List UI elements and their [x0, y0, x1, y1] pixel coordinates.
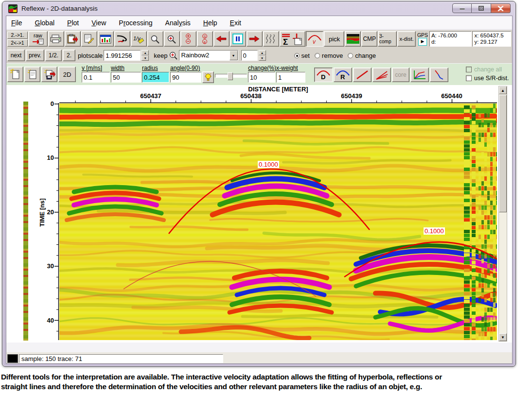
menu-global[interactable]: Global [35, 19, 54, 27]
use-sr-dist-checkbox[interactable]: use S/R-dist. [466, 75, 509, 82]
zoom-button[interactable] [147, 31, 163, 47]
mode-2to1-button[interactable]: 2.->1. [7, 32, 28, 39]
gps-play-button[interactable]: ▶ [418, 38, 427, 46]
radius-input[interactable] [142, 72, 169, 83]
pause-icon [232, 34, 243, 44]
checkbox-icon[interactable] [466, 67, 472, 72]
screenshot-root: Reflexw - 2D-dataanalysis File Global Pl… [0, 0, 532, 395]
2d-button[interactable]: 2D [58, 67, 76, 82]
radargram-image[interactable] [59, 103, 497, 340]
angle-input[interactable] [170, 72, 201, 83]
plotscale-input[interactable] [104, 50, 141, 61]
dropdown-icon[interactable]: ▼ [230, 51, 238, 60]
zoom-plus-minus-button[interactable] [180, 31, 196, 47]
x-weight-input[interactable] [276, 72, 305, 83]
menu-help[interactable]: Help [203, 19, 217, 27]
mode-2swap1-button[interactable]: 2<->1 [7, 39, 28, 47]
line-fan-button[interactable] [372, 68, 391, 82]
plotscale-spinner[interactable]: ▲ ▼ [142, 50, 149, 61]
reflection-hyperbola-button[interactable]: R [334, 68, 352, 82]
x-tick-label: 650439 [335, 92, 369, 100]
paste-button[interactable] [65, 31, 81, 47]
menu-file[interactable]: File [11, 19, 22, 27]
radio-dot[interactable] [294, 53, 300, 58]
wiggle-traces-button[interactable] [263, 31, 279, 47]
print-button[interactable] [48, 31, 64, 47]
divide-eraser-button[interactable]: 1/y [131, 31, 147, 47]
menu-exit[interactable]: Exit [230, 19, 241, 27]
change-percent-input[interactable] [248, 72, 275, 83]
velocity-adaptation-button[interactable]: v [306, 31, 323, 47]
pick-button[interactable]: pick [324, 31, 344, 47]
play-icon: ▶ [421, 39, 425, 44]
remove-radio[interactable]: remove [315, 52, 343, 59]
menu-plot[interactable]: Plot [67, 19, 79, 27]
change-all-checkbox[interactable]: change all [466, 66, 509, 73]
diffraction-hyperbola-button[interactable]: D [314, 68, 333, 82]
layer-show-button[interactable] [345, 31, 361, 47]
close-button[interactable] [491, 3, 511, 13]
edit-document-button[interactable] [81, 31, 97, 47]
menu-view[interactable]: View [91, 19, 106, 27]
pause-button[interactable] [230, 31, 246, 47]
change-radio[interactable]: change [348, 52, 376, 59]
radio-dot[interactable] [315, 53, 320, 58]
hint-button[interactable] [202, 71, 214, 83]
radio-dot[interactable] [348, 53, 353, 58]
core-button[interactable]: core [392, 68, 409, 82]
scroll-down-button[interactable]: ▼ [499, 333, 507, 341]
stack-traces-button[interactable]: Σ [280, 31, 306, 47]
color-shift-spinner[interactable]: ▲ ▼ [259, 50, 266, 61]
half-scale-button[interactable]: 1/2. [45, 50, 62, 61]
vertical-scroll-thumb[interactable] [499, 95, 507, 212]
chart-window-button[interactable] [98, 31, 114, 47]
app-icon [8, 4, 18, 13]
velocity-input[interactable] [82, 72, 110, 83]
menu-analysis[interactable]: Analysis [165, 19, 191, 27]
prev-button[interactable]: prev. [26, 50, 44, 61]
next-button[interactable]: next [7, 50, 25, 61]
decay-curve-button[interactable] [430, 68, 448, 82]
pen-tool-button[interactable] [114, 31, 130, 47]
change-percent-label: change(%) [248, 65, 276, 71]
spinner-up-icon[interactable]: ▲ [142, 50, 149, 55]
spinner-down-icon[interactable]: ▼ [259, 55, 266, 61]
keep-zoom-icon[interactable] [169, 51, 178, 60]
straight-line-button[interactable] [353, 68, 372, 82]
red-line-icon [355, 69, 369, 80]
zoom-in-button[interactable] [164, 31, 180, 47]
menu-bar: File Global Plot View Processing Analysi… [6, 16, 512, 30]
raw-data-button[interactable]: raw [28, 31, 48, 47]
title-bar[interactable]: Reflexw - 2D-dataanalysis [2, 1, 515, 16]
plus-minus-circles-icon [184, 34, 192, 44]
status-bar: sample: 150 trace: 71 [6, 352, 512, 364]
x-dist-button[interactable]: x-dist. [397, 31, 416, 47]
palette-combobox[interactable]: Rainbow2 ▼ [179, 50, 238, 61]
cmp-button[interactable]: CMP [361, 31, 377, 47]
y-tick-label: 10 [35, 154, 54, 161]
slider-handle[interactable] [228, 72, 233, 80]
angle-field: angle(0-90) [170, 65, 201, 83]
transparency-slider[interactable] [215, 72, 247, 81]
width-input[interactable] [111, 72, 141, 83]
scroll-up-button[interactable]: ▲ [499, 86, 507, 94]
vertical-scrollbar[interactable]: ▲ ▼ [498, 86, 507, 342]
menu-processing[interactable]: Processing [119, 19, 152, 27]
svg-text:a: a [204, 40, 206, 44]
spinner-down-icon[interactable]: ▼ [142, 55, 149, 61]
new-file-button[interactable] [7, 67, 23, 82]
spinner-up-icon[interactable]: ▲ [259, 50, 266, 55]
previous-file-button[interactable] [213, 31, 230, 47]
next-file-button[interactable] [247, 31, 263, 47]
three-comp-button[interactable]: 3-comp [378, 31, 397, 47]
scale-sa-button[interactable]: Sa [197, 31, 213, 47]
checkbox-icon[interactable] [466, 75, 472, 81]
velocity-function-button[interactable] [410, 68, 429, 82]
minimize-button[interactable] [452, 3, 472, 13]
double-scale-button[interactable]: 2. [63, 50, 75, 61]
maximize-button[interactable] [472, 3, 491, 13]
set-radio[interactable]: set [294, 52, 310, 59]
color-shift-input[interactable] [241, 50, 258, 61]
save-file-button[interactable] [41, 67, 57, 82]
open-file-button[interactable] [24, 67, 40, 82]
